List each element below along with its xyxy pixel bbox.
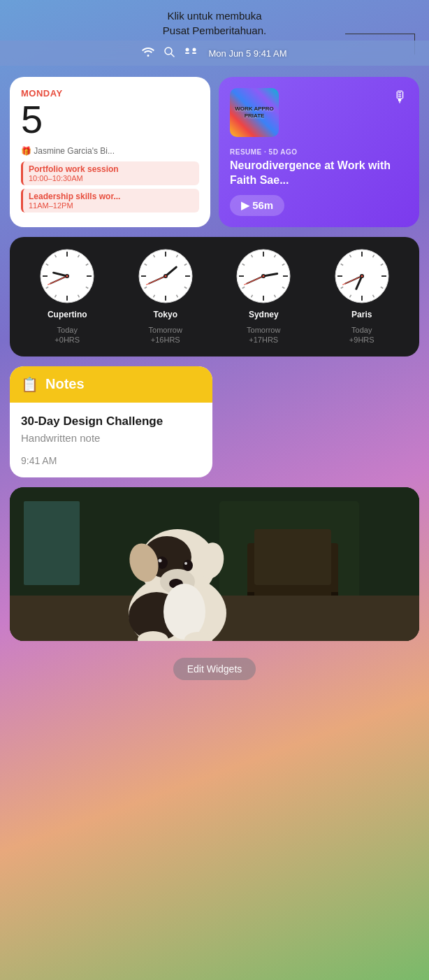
svg-point-77: [361, 275, 363, 278]
podcast-title: Neurodivergence at Work with Faith Sae..…: [230, 159, 408, 188]
clock-sydney-city: Sydney: [249, 310, 279, 319]
calendar-date-number: 5: [21, 100, 199, 139]
clock-paris-city: Paris: [351, 310, 372, 319]
svg-line-1: [171, 54, 174, 57]
edit-widgets-button[interactable]: Edit Widgets: [173, 658, 256, 680]
wifi-icon: [142, 47, 154, 59]
clock-cupertino: Cupertino Today+0HRS: [39, 248, 95, 345]
svg-point-99: [163, 584, 205, 640]
world-clock-widget[interactable]: Cupertino Today+0HRS: [10, 237, 419, 356]
podcast-widget[interactable]: WORK APPRO PRIATE 🎙 RESUME · 5D AGO Neur…: [219, 77, 419, 227]
notes-widget[interactable]: 📋 Notes 30-Day Design Challenge Handwrit…: [10, 366, 212, 477]
top-widgets-row: MONDAY 5 🎁 Jasmine Garcia's Bi... Portfo…: [10, 77, 419, 227]
clock-sydney-face: [235, 248, 291, 304]
svg-point-2: [186, 48, 189, 52]
svg-point-94: [159, 559, 162, 562]
clock-paris-face: [334, 248, 390, 304]
widgets-area: MONDAY 5 🎁 Jasmine Garcia's Bi... Portfo…: [0, 66, 429, 705]
clock-cupertino-info: Today+0HRS: [54, 325, 80, 345]
svg-rect-5: [192, 52, 196, 54]
podcasts-app-icon: 🎙: [393, 88, 408, 106]
tooltip-line2: Pusat Pemberitahuan.: [163, 24, 266, 36]
note-title: 30-Day Design Challenge: [21, 414, 201, 429]
menu-bar: Mon Jun 5 9:41 AM: [0, 41, 429, 66]
search-icon[interactable]: [164, 47, 175, 60]
svg-point-59: [263, 275, 265, 278]
clock-paris: Paris Today+9HRS: [334, 248, 390, 345]
event-1-title: Portfolio work session: [29, 164, 194, 174]
calendar-day-label: MONDAY: [21, 88, 199, 99]
note-subtitle: Handwritten note: [21, 432, 201, 444]
svg-rect-4: [185, 52, 189, 54]
svg-point-3: [193, 48, 196, 52]
podcast-album-art: WORK APPRO PRIATE: [230, 88, 279, 137]
podcast-play-button[interactable]: ▶ 56m: [230, 195, 284, 216]
clock-cupertino-city: Cupertino: [48, 310, 87, 319]
clock-sydney: Sydney Tomorrow+17HRS: [235, 248, 291, 345]
tooltip-line1: Klik untuk membuka: [167, 10, 261, 22]
edit-widgets-container: Edit Widgets: [10, 651, 419, 694]
clock-tokyo-info: Tomorrow+16HRS: [149, 325, 182, 345]
event-2-title: Leadership skills wor...: [29, 192, 194, 201]
svg-point-93: [183, 560, 193, 571]
calendar-widget[interactable]: MONDAY 5 🎁 Jasmine Garcia's Bi... Portfo…: [10, 77, 210, 227]
event-1-time: 10:00–10:30AM: [29, 174, 194, 182]
calendar-event-1: Portfolio work session 10:00–10:30AM: [21, 161, 199, 185]
note-time: 9:41 AM: [21, 455, 201, 466]
clock-tokyo: Tokyo Tomorrow+16HRS: [138, 248, 194, 345]
menu-bar-datetime: Mon Jun 5 9:41 AM: [208, 48, 286, 59]
notification-tooltip: Klik untuk membuka Pusat Pemberitahuan.: [0, 0, 429, 41]
calendar-birthday: 🎁 Jasmine Garcia's Bi...: [21, 146, 199, 156]
notes-title: Notes: [45, 376, 85, 392]
notes-header: 📋 Notes: [10, 366, 212, 403]
menu-bar-icons: [142, 47, 197, 60]
notes-body: 30-Day Design Challenge Handwritten note…: [10, 403, 212, 477]
svg-point-41: [164, 275, 166, 278]
event-2-time: 11AM–12PM: [29, 201, 194, 210]
photo-widget[interactable]: [10, 487, 419, 641]
svg-rect-86: [24, 501, 80, 585]
calendar-event-2: Leadership skills wor... 11AM–12PM: [21, 189, 199, 212]
podcast-header: WORK APPRO PRIATE 🎙: [230, 88, 408, 137]
notes-stack-icon: 📋: [21, 376, 38, 393]
clock-sydney-info: Tomorrow+17HRS: [247, 325, 280, 345]
clock-tokyo-face: [138, 248, 194, 304]
podcast-meta: RESUME · 5D AGO: [230, 148, 408, 156]
svg-point-23: [66, 275, 68, 278]
svg-rect-82: [254, 529, 331, 585]
clock-cupertino-face: [39, 248, 95, 304]
clock-paris-info: Today+9HRS: [349, 325, 375, 345]
clock-tokyo-city: Tokyo: [154, 310, 177, 319]
svg-point-95: [184, 562, 187, 565]
control-center-icon[interactable]: [184, 47, 197, 59]
birthday-text: 🎁 Jasmine Garcia's Bi...: [21, 146, 115, 156]
